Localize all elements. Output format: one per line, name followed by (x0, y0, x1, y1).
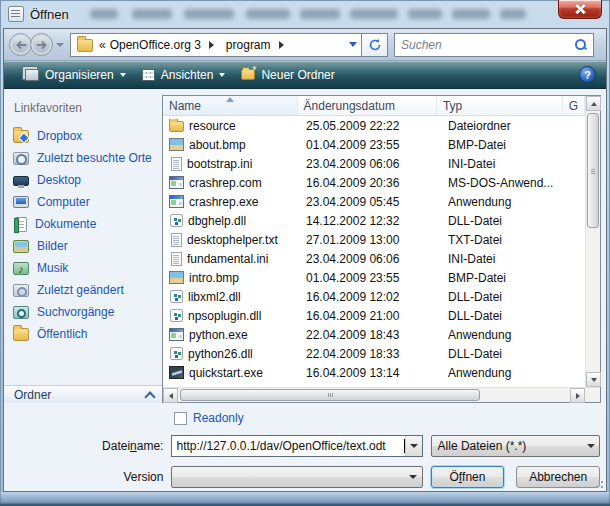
file-row[interactable]: intro.bmp 01.04.2009 23:55 BMP-Datei (163, 268, 585, 287)
new-folder-label: Neuer Ordner (261, 68, 334, 82)
file-type-cell: Dateiordner (442, 119, 570, 133)
sidebar-item-pictures[interactable]: Bilder (4, 235, 162, 257)
sort-ascending-icon (226, 97, 234, 102)
scroll-left-button[interactable] (163, 388, 178, 403)
readonly-checkbox[interactable] (174, 412, 187, 425)
column-header-name[interactable]: Name (163, 96, 298, 115)
file-name-cell: crashrep.exe (189, 195, 258, 209)
dll-file-icon (170, 290, 183, 303)
resize-grip[interactable] (593, 478, 604, 489)
documents-icon (15, 217, 27, 232)
sidebar-item-recent-places[interactable]: Zuletzt besuchte Orte (4, 147, 162, 169)
sidebar-item-music[interactable]: ♪ Musik (4, 257, 162, 279)
sidebar-item-public[interactable]: Öffentlich (4, 323, 162, 345)
help-button[interactable]: ? (579, 66, 596, 83)
sidebar-item-computer[interactable]: Computer (4, 191, 162, 213)
vertical-scroll-thumb[interactable] (587, 113, 599, 228)
breadcrumb-dropdown-icon[interactable] (349, 42, 357, 51)
file-type-cell: INI-Datei (442, 157, 570, 171)
window-bottom-border (0, 492, 610, 506)
file-row[interactable]: dbghelp.dll 14.12.2002 12:32 DLL-Datei (163, 211, 585, 230)
filetype-select[interactable]: Alle Dateien (*.*) (431, 435, 600, 457)
sidebar-header: Linkfavoriten (14, 101, 162, 115)
file-row[interactable]: python.exe 22.04.2009 18:43 Anwendung (163, 325, 585, 344)
folders-expander[interactable]: Ordner (4, 385, 162, 403)
file-type-cell: BMP-Datei (442, 138, 570, 152)
file-date-cell: 14.12.2002 12:32 (300, 214, 442, 228)
file-date-cell: 01.04.2009 23:55 (300, 138, 442, 152)
file-type-cell: INI-Datei (442, 252, 570, 266)
scroll-up-button[interactable] (586, 96, 601, 111)
file-row[interactable]: quickstart.exe 16.04.2009 13:14 Anwendun… (163, 363, 585, 382)
file-row[interactable]: resource 25.05.2009 22:22 Dateiordner (163, 116, 585, 135)
chevron-right-icon[interactable] (209, 41, 218, 49)
refresh-button[interactable] (362, 33, 388, 57)
sidebar-item-dropbox[interactable]: Dropbox (4, 125, 162, 147)
file-row[interactable]: npsoplugin.dll 16.04.2009 21:00 DLL-Date… (163, 306, 585, 325)
close-button[interactable] (558, 0, 602, 19)
vertical-scrollbar[interactable] (585, 96, 600, 387)
recently-changed-icon (13, 284, 29, 297)
file-row[interactable]: desktophelper.txt 27.01.2009 13:00 TXT-D… (163, 230, 585, 249)
scrollbar-corner (585, 388, 600, 402)
sidebar-item-recently-changed[interactable]: Zuletzt geändert (4, 279, 162, 301)
history-dropdown-icon[interactable] (56, 43, 64, 51)
file-name-cell: libxml2.dll (188, 290, 241, 304)
cancel-button[interactable]: Abbrechen (516, 466, 600, 488)
filename-dropdown-button[interactable] (405, 436, 422, 456)
file-name-cell: desktophelper.txt (187, 233, 278, 247)
sidebar-item-label: Suchvorgänge (37, 305, 114, 319)
background-window-blur (408, 9, 442, 19)
breadcrumb-collapse[interactable]: « (99, 38, 106, 52)
sidebar-item-desktop[interactable]: Desktop (4, 169, 162, 191)
sidebar-item-documents[interactable]: Dokumente (4, 213, 162, 235)
version-select[interactable] (171, 466, 422, 488)
new-folder-button[interactable]: Neuer Ordner (233, 64, 342, 86)
file-date-cell: 16.04.2009 21:00 (300, 309, 442, 323)
file-type-cell: DLL-Datei (442, 290, 570, 304)
chevron-down-icon (219, 73, 225, 80)
application-icon (169, 176, 184, 189)
sidebar-item-label: Musik (37, 261, 68, 275)
open-button[interactable]: Öffnen (431, 466, 505, 488)
chevron-right-icon[interactable] (279, 41, 288, 49)
column-header-type[interactable]: Typ (437, 96, 563, 115)
file-date-cell: 16.04.2009 20:36 (300, 176, 442, 190)
file-row[interactable]: bootstrap.ini 23.04.2009 06:06 INI-Datei (163, 154, 585, 173)
file-row[interactable]: about.bmp 01.04.2009 23:55 BMP-Datei (163, 135, 585, 154)
title-bar[interactable]: Öffnen (0, 0, 610, 28)
filetype-dropdown-button[interactable] (582, 436, 599, 456)
search-icon[interactable] (574, 38, 587, 51)
file-row[interactable]: libxml2.dll 16.04.2009 12:02 DLL-Datei (163, 287, 585, 306)
scroll-down-button[interactable] (586, 372, 601, 387)
sidebar-item-searches[interactable]: Suchvorgänge (4, 301, 162, 323)
breadcrumb[interactable]: « OpenOffice.org 3 program (70, 33, 362, 57)
version-dropdown-button[interactable] (405, 467, 422, 487)
background-window-blur (452, 9, 490, 19)
horizontal-scroll-thumb[interactable] (180, 389, 480, 401)
dropbox-folder-icon (13, 130, 29, 143)
column-header-size[interactable]: G (563, 96, 585, 115)
dll-file-icon (170, 214, 183, 227)
file-name-cell: npsoplugin.dll (188, 309, 261, 323)
background-window-blur (300, 9, 340, 19)
organize-button[interactable]: Organisieren (14, 64, 134, 86)
file-type-cell: TXT-Datei (442, 233, 570, 247)
file-row[interactable]: fundamental.ini 23.04.2009 06:06 INI-Dat… (163, 249, 585, 268)
scroll-right-button[interactable] (570, 388, 585, 403)
breadcrumb-item-program[interactable]: program (224, 38, 273, 52)
file-row[interactable]: crashrep.exe 23.04.2009 05:45 Anwendung (163, 192, 585, 211)
triangle-up-icon (591, 102, 597, 106)
breadcrumb-item-openoffice[interactable]: OpenOffice.org 3 (108, 38, 203, 52)
file-row[interactable]: crashrep.com 16.04.2009 20:36 MS-DOS-Anw… (163, 173, 585, 192)
background-window-blur (90, 9, 118, 19)
filename-input[interactable]: http://127.0.0.1/dav/OpenOffice/text.odt (171, 435, 422, 457)
file-row[interactable]: python26.dll 22.04.2009 18:33 DLL-Datei (163, 344, 585, 363)
views-button[interactable]: Ansichten (134, 64, 234, 86)
column-header-date[interactable]: Änderungsdatum (298, 96, 437, 115)
back-button[interactable] (9, 33, 32, 56)
search-input[interactable]: Suchen (394, 33, 594, 57)
horizontal-scrollbar[interactable] (163, 388, 585, 402)
file-type-cell: DLL-Datei (442, 347, 570, 361)
forward-button[interactable] (30, 33, 53, 56)
